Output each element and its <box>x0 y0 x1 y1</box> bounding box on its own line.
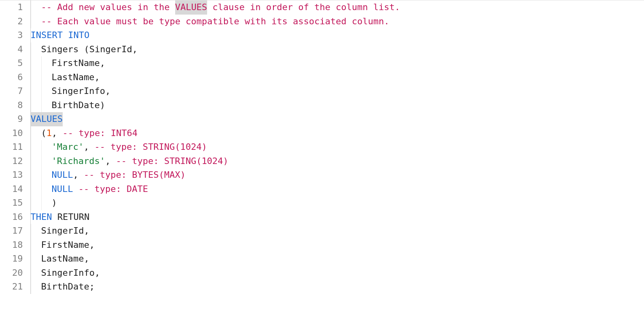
punctuation: , <box>105 84 110 98</box>
comment: -- type: STRING(1024) <box>94 140 207 154</box>
punctuation: , <box>95 266 100 280</box>
paren: ) <box>100 98 105 113</box>
line-number: 13 <box>12 168 23 182</box>
code-line[interactable]: Singers (SingerId, <box>31 43 644 57</box>
line-number: 16 <box>12 210 23 224</box>
line-number: 19 <box>12 252 23 266</box>
keyword: THEN <box>31 210 52 224</box>
punctuation: , <box>94 70 100 85</box>
paren: ( <box>84 43 89 57</box>
punctuation: , <box>89 238 95 252</box>
comment: -- Add new values in the <box>41 0 175 15</box>
code-line[interactable]: LastName, <box>31 252 644 266</box>
code-line[interactable]: -- Add new values in the VALUES clause i… <box>31 0 644 15</box>
code-line[interactable]: BirthDate) <box>31 98 644 113</box>
line-number: 15 <box>12 196 23 210</box>
punctuation: , <box>132 43 138 57</box>
code-line[interactable]: SingerInfo, <box>31 266 644 280</box>
null-literal: NULL <box>52 182 73 196</box>
code-line[interactable]: LastName, <box>31 70 644 85</box>
identifier: BirthDate <box>41 280 89 294</box>
identifier: LastName <box>41 252 84 266</box>
line-number: 17 <box>12 224 23 238</box>
comment: -- type: INT64 <box>63 126 138 141</box>
identifier: FirstName <box>41 238 89 252</box>
punctuation: , <box>100 56 105 70</box>
line-number: 5 <box>12 56 23 70</box>
keyword: INSERT INTO <box>31 28 90 43</box>
space <box>73 182 78 196</box>
null-literal: NULL <box>52 168 73 182</box>
identifier: SingerInfo <box>52 84 105 98</box>
identifier: Singers <box>41 43 84 57</box>
line-number: 6 <box>12 70 23 85</box>
identifier: RETURN <box>52 210 89 224</box>
punctuation: , <box>84 224 89 238</box>
code-line[interactable]: BirthDate; <box>31 280 644 294</box>
comment-highlighted: VALUES <box>175 0 207 15</box>
line-number-gutter: 1 2 3 4 5 6 7 8 9 10 11 12 13 14 15 16 1… <box>0 0 30 294</box>
punctuation: , <box>84 252 89 266</box>
line-number: 2 <box>12 15 23 29</box>
line-number: 10 <box>12 126 23 141</box>
line-number: 7 <box>12 84 23 98</box>
line-number: 18 <box>12 238 23 252</box>
line-number: 4 <box>12 43 23 57</box>
code-line[interactable]: NULL, -- type: BYTES(MAX) <box>31 168 644 182</box>
comment: -- type: DATE <box>78 182 148 196</box>
line-number: 14 <box>12 182 23 196</box>
code-line[interactable]: SingerInfo, <box>31 84 644 98</box>
line-number: 8 <box>12 98 23 113</box>
line-number: 1 <box>12 0 23 15</box>
line-number: 12 <box>12 154 23 168</box>
code-editor[interactable]: -- Add new values in the VALUES clause i… <box>30 0 644 294</box>
identifier: BirthDate <box>52 98 100 113</box>
code-line[interactable]: SingerId, <box>31 224 644 238</box>
line-number: 11 <box>12 140 23 154</box>
identifier: SingerId <box>41 224 84 238</box>
comment: -- type: STRING(1024) <box>116 154 228 168</box>
punctuation: , <box>52 126 63 141</box>
punctuation: , <box>73 168 84 182</box>
number: 1 <box>47 126 52 141</box>
keyword-highlighted: VALUES <box>31 112 63 126</box>
code-line[interactable]: (1, -- type: INT64 <box>31 126 644 141</box>
code-line[interactable]: THEN RETURN <box>31 210 644 224</box>
line-number: 20 <box>12 266 23 280</box>
code-line[interactable]: -- Each value must be type compatible wi… <box>31 15 644 29</box>
punctuation: , <box>105 154 116 168</box>
paren: ) <box>52 196 57 210</box>
code-line[interactable]: FirstName, <box>31 56 644 70</box>
line-number: 9 <box>12 112 23 126</box>
identifier: SingerId <box>89 43 132 57</box>
punctuation: , <box>84 140 95 154</box>
identifier: SingerInfo <box>41 266 95 280</box>
code-line[interactable]: ) <box>31 196 644 210</box>
identifier: FirstName <box>52 56 100 70</box>
line-number: 21 <box>12 280 23 294</box>
code-line[interactable]: 'Richards', -- type: STRING(1024) <box>31 154 644 168</box>
identifier: LastName <box>52 70 95 85</box>
comment: -- Each value must be type compatible wi… <box>41 15 390 29</box>
comment: clause in order of the column list. <box>207 0 400 15</box>
line-number: 3 <box>12 28 23 43</box>
code-line[interactable]: INSERT INTO <box>31 28 644 43</box>
string: 'Richards' <box>52 154 105 168</box>
paren: ( <box>41 126 47 141</box>
comment: -- type: BYTES(MAX) <box>84 168 186 182</box>
string: 'Marc' <box>52 140 84 154</box>
code-line[interactable]: NULL -- type: DATE <box>31 182 644 196</box>
punctuation: ; <box>89 280 95 294</box>
code-line[interactable]: VALUES <box>31 112 644 126</box>
code-line[interactable]: FirstName, <box>31 238 644 252</box>
code-line[interactable]: 'Marc', -- type: STRING(1024) <box>31 140 644 154</box>
